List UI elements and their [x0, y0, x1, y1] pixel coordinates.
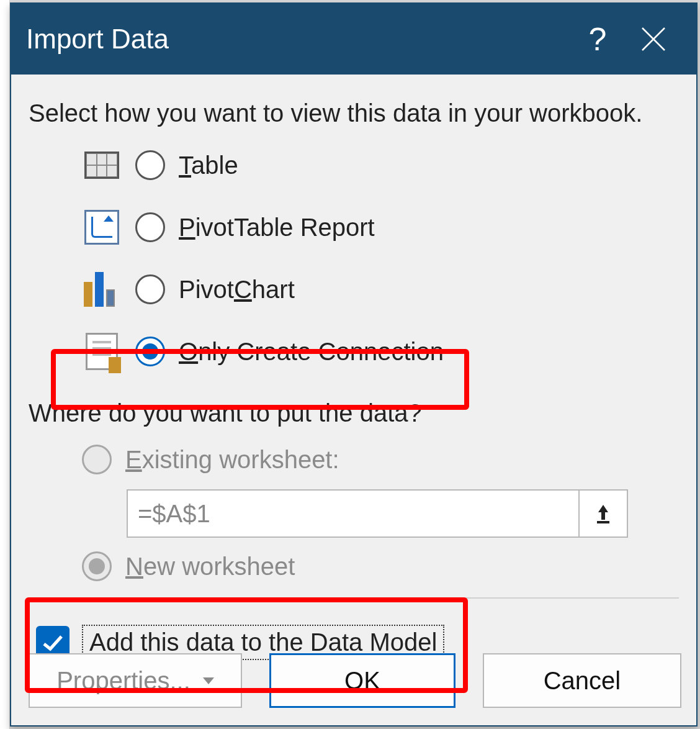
label-connection: Only Create Connection [179, 338, 444, 366]
label-table: Table [179, 152, 238, 179]
chevron-down-icon [203, 677, 214, 684]
label-existing: Existing worksheet: [125, 446, 339, 474]
properties-label: Properties... [56, 667, 191, 695]
option-newsheet-row: New worksheet [82, 548, 679, 585]
range-select-icon [592, 502, 614, 525]
radio-table[interactable] [135, 150, 165, 180]
pivotchart-icon [82, 269, 122, 309]
label-newsheet: New worksheet [125, 553, 295, 581]
connection-icon [82, 332, 122, 371]
where-heading: Where do you want to put the data? [29, 399, 679, 427]
spreadsheet-edge [0, 0, 10, 729]
radio-existing [82, 445, 112, 474]
dialog-title: Import Data [26, 24, 570, 55]
footer: Properties... OK Cancel [29, 653, 679, 708]
dialog-body: Select how you want to view this data in… [11, 75, 696, 677]
option-connection-row[interactable]: Only Create Connection [82, 326, 679, 377]
radio-newsheet [82, 551, 112, 581]
where-section: Where do you want to put the data? Exist… [29, 399, 679, 585]
radio-pivotchart[interactable] [135, 274, 165, 304]
titlebar: Import Data ? [11, 4, 696, 75]
ok-button[interactable]: OK [269, 653, 455, 708]
check-icon [40, 630, 65, 655]
close-button[interactable] [626, 11, 681, 67]
table-icon [82, 145, 122, 185]
option-table-row[interactable]: Table [82, 140, 679, 191]
cell-ref-row [82, 489, 679, 538]
properties-button: Properties... [29, 653, 242, 708]
cancel-button[interactable]: Cancel [483, 653, 681, 708]
label-pivottable: PivotTable Report [179, 214, 375, 242]
close-icon [640, 25, 667, 53]
divider [29, 597, 679, 599]
radio-connection[interactable] [135, 337, 165, 366]
help-button[interactable]: ? [570, 11, 626, 67]
label-pivotchart: PivotChart [179, 276, 295, 304]
import-data-dialog: Import Data ? Select how you want to vie… [10, 2, 698, 727]
option-pivotchart-row[interactable]: PivotChart [82, 264, 679, 315]
pivottable-icon [82, 207, 122, 247]
option-existing-row: Existing worksheet: [82, 440, 679, 479]
svg-rect-2 [597, 521, 609, 523]
radio-pivottable[interactable] [135, 212, 165, 242]
view-heading: Select how you want to view this data in… [29, 99, 679, 127]
cell-ref-input [127, 489, 580, 538]
collapse-dialog-button [580, 489, 628, 538]
view-options: Table PivotTable Report PivotChart [29, 140, 679, 377]
help-icon: ? [589, 20, 607, 58]
option-pivottable-row[interactable]: PivotTable Report [82, 202, 679, 253]
